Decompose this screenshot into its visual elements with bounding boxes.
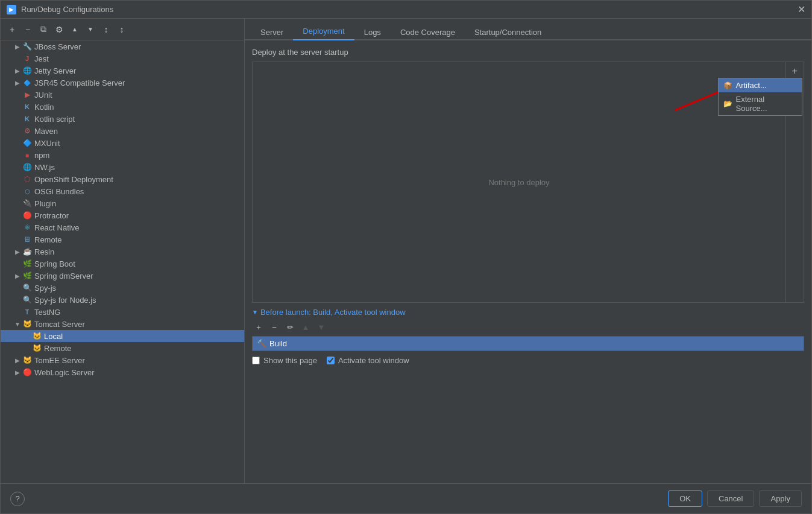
tree-item-kotlin[interactable]: K Kotlin <box>1 101 244 113</box>
dropdown-external[interactable]: 📂 External Source... <box>719 92 802 115</box>
expand-weblogic[interactable]: ▶ <box>13 367 22 377</box>
expand-npm <box>13 150 22 160</box>
add-dropdown-menu: 📦 Artifact... 📂 External Source... <box>718 78 802 116</box>
right-panel: Server Deployment Logs Code Coverage Sta… <box>245 19 811 483</box>
config-tree: ▶ 🔧 JBoss Server J Jest ▶ 🌐 Jetty Server <box>1 40 244 483</box>
tree-item-tomee[interactable]: ▶ 🐱 TomEE Server <box>1 354 244 366</box>
tree-item-tomcat[interactable]: ▼ 🐱 Tomcat Server <box>1 318 244 330</box>
tab-code-coverage[interactable]: Code Coverage <box>391 24 465 40</box>
remove-config-button[interactable]: − <box>21 23 34 36</box>
junit-label: JUnit <box>34 90 52 100</box>
build-label: Build <box>269 339 287 348</box>
bl-build-item[interactable]: 🔨 Build <box>253 337 804 351</box>
tree-item-nwjs[interactable]: 🌐 NW.js <box>1 161 244 173</box>
expand-nwjs <box>13 162 22 172</box>
activate-tool-option[interactable]: Activate tool window <box>327 356 409 365</box>
tree-item-remote[interactable]: 🖥 Remote <box>1 233 244 246</box>
spring-boot-icon: 🌿 <box>22 259 32 268</box>
expand-tomcat[interactable]: ▼ <box>13 319 22 329</box>
expand-resin[interactable]: ▶ <box>13 247 22 256</box>
tab-logs[interactable]: Logs <box>354 24 391 40</box>
remote-label: Remote <box>34 235 62 244</box>
move-down-button[interactable]: ▼ <box>84 23 97 36</box>
tab-deployment[interactable]: Deployment <box>293 23 354 40</box>
move-up-button[interactable]: ▲ <box>68 23 81 36</box>
before-launch-header[interactable]: ▼ Before launch: Build, Activate tool wi… <box>252 308 804 317</box>
remote-icon: 🖥 <box>22 235 32 244</box>
tree-item-testng[interactable]: T TestNG <box>1 306 244 318</box>
show-page-option[interactable]: Show this page <box>252 356 317 365</box>
tree-item-spring-boot[interactable]: 🌿 Spring Boot <box>1 258 244 270</box>
tree-item-mxunit[interactable]: 🔷 MXUnit <box>1 137 244 149</box>
tree-item-osgi[interactable]: ⬡ OSGi Bundles <box>1 185 244 197</box>
before-launch-list: 🔨 Build <box>252 336 804 351</box>
tree-item-tomcat-local[interactable]: 🐱 Local <box>1 330 244 342</box>
ok-button[interactable]: OK <box>668 490 702 507</box>
tree-item-weblogic[interactable]: ▶ 🔴 WebLogic Server <box>1 366 244 378</box>
nwjs-icon: 🌐 <box>22 162 32 172</box>
tree-item-react-native[interactable]: ⚛ React Native <box>1 221 244 233</box>
tree-item-tomcat-remote[interactable]: 🐱 Remote <box>1 342 244 354</box>
expand-tomcat-local <box>22 331 32 341</box>
tree-item-spy-js[interactable]: 🔍 Spy-js <box>1 282 244 294</box>
add-deploy-button[interactable]: + <box>788 65 802 78</box>
jetty-label: Jetty Server <box>34 66 76 75</box>
spy-js-node-label: Spy-js for Node.js <box>34 296 96 305</box>
expand-spy-js-node <box>13 295 22 305</box>
protractor-label: Protractor <box>34 211 69 220</box>
cancel-button[interactable]: Cancel <box>707 490 754 507</box>
copy-config-button[interactable]: ⧉ <box>37 23 50 36</box>
openshift-icon: ⬡ <box>22 174 32 184</box>
tree-item-jsr45[interactable]: ▶ 🔷 JSR45 Compatible Server <box>1 77 244 89</box>
bl-edit-btn[interactable]: ✏ <box>283 320 297 334</box>
tree-item-openshift[interactable]: ⬡ OpenShift Deployment <box>1 173 244 185</box>
bottom-buttons: OK Cancel Apply <box>668 490 802 507</box>
jsr45-icon: 🔷 <box>22 78 32 87</box>
sort-button[interactable]: ↕ <box>115 23 128 36</box>
close-button[interactable]: ✕ <box>798 4 805 15</box>
tree-item-jetty[interactable]: ▶ 🌐 Jetty Server <box>1 65 244 77</box>
tree-item-npm[interactable]: ■ npm <box>1 149 244 161</box>
spring-boot-label: Spring Boot <box>34 259 75 268</box>
dropdown-artifact[interactable]: 📦 Artifact... <box>719 78 802 92</box>
before-launch-label: Before launch: Build, Activate tool wind… <box>260 308 406 317</box>
tree-item-spy-js-node[interactable]: 🔍 Spy-js for Node.js <box>1 294 244 306</box>
tree-item-junit[interactable]: ▶ JUnit <box>1 89 244 101</box>
tree-item-maven[interactable]: ⚙ Maven <box>1 125 244 137</box>
jboss-label: JBoss Server <box>34 42 81 51</box>
tree-item-jboss[interactable]: ▶ 🔧 JBoss Server <box>1 40 244 52</box>
help-button[interactable]: ? <box>10 492 25 506</box>
add-config-button[interactable]: + <box>5 23 19 36</box>
tree-item-plugin[interactable]: 🔌 Plugin <box>1 197 244 209</box>
apply-button[interactable]: Apply <box>759 490 802 507</box>
bl-add-btn[interactable]: + <box>252 320 265 334</box>
tree-item-kotlin-script[interactable]: K Kotlin script <box>1 113 244 125</box>
tree-item-resin[interactable]: ▶ ☕ Resin <box>1 246 244 258</box>
tab-startup-connection[interactable]: Startup/Connection <box>465 24 551 40</box>
expand-spring-dm[interactable]: ▶ <box>13 271 22 281</box>
bl-up-btn[interactable]: ▲ <box>299 320 312 334</box>
expand-kotlin <box>13 102 22 112</box>
tree-item-spring-dm[interactable]: ▶ 🌿 Spring dmServer <box>1 270 244 282</box>
show-page-checkbox[interactable] <box>252 357 260 364</box>
maven-icon: ⚙ <box>22 126 32 136</box>
activate-tool-checkbox[interactable] <box>327 357 335 364</box>
tree-item-protractor[interactable]: 🔴 Protractor <box>1 209 244 221</box>
bl-remove-btn[interactable]: − <box>268 320 281 334</box>
tree-item-jest[interactable]: J Jest <box>1 52 244 65</box>
tab-server[interactable]: Server <box>251 24 293 40</box>
weblogic-icon: 🔴 <box>22 367 32 377</box>
settings-config-button[interactable]: ⚙ <box>52 23 66 36</box>
maven-label: Maven <box>34 127 58 136</box>
before-launch-section: ▼ Before launch: Build, Activate tool wi… <box>252 308 804 365</box>
expand-jetty[interactable]: ▶ <box>13 66 22 75</box>
show-page-label: Show this page <box>263 356 317 365</box>
move-button[interactable]: ↕ <box>99 23 113 36</box>
expand-jboss[interactable]: ▶ <box>13 42 22 51</box>
bl-down-btn[interactable]: ▼ <box>315 320 328 334</box>
expand-tomee[interactable]: ▶ <box>13 355 22 365</box>
expand-jsr45[interactable]: ▶ <box>13 78 22 87</box>
testng-label: TestNG <box>34 308 60 317</box>
kotlin-script-icon: K <box>22 114 32 124</box>
plugin-icon: 🔌 <box>22 198 32 208</box>
